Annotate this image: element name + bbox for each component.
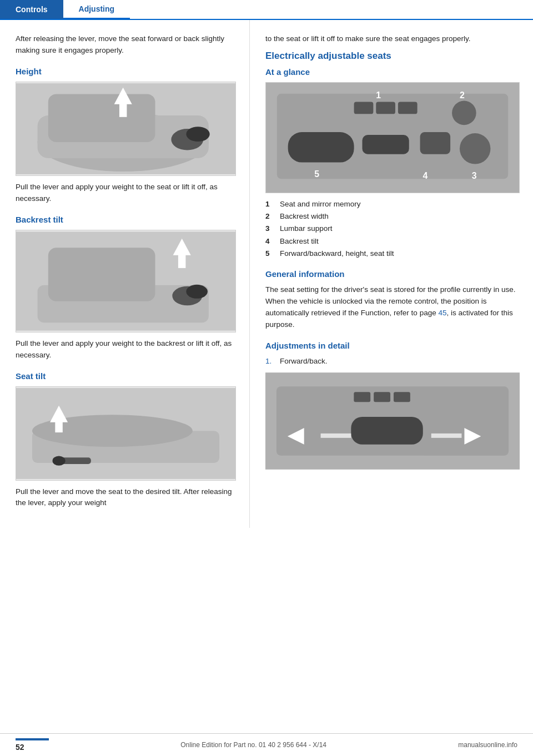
adjustments-heading: Adjustments in detail xyxy=(265,341,520,350)
item-4-label: Backrest tilt xyxy=(280,236,319,247)
svg-rect-26 xyxy=(398,102,418,114)
svg-text:3: 3 xyxy=(472,171,477,180)
left-column: After releasing the lever, move the seat… xyxy=(0,20,250,528)
svg-point-34 xyxy=(460,133,491,164)
height-heading: Height xyxy=(16,67,236,76)
seat-tilt-svg xyxy=(16,386,235,481)
main-content: After releasing the lever, move the seat… xyxy=(0,20,533,733)
page-link[interactable]: 45 xyxy=(438,309,446,317)
general-info-heading: General information xyxy=(265,269,520,279)
step-1: 1. Forward/back. xyxy=(265,356,520,367)
adjustments-list: 1. Forward/back. xyxy=(265,356,520,367)
list-item-4: 4 Backrest tilt xyxy=(265,236,520,247)
svg-rect-42 xyxy=(351,417,423,445)
list-item-5: 5 Forward/backward, height, seat tilt xyxy=(265,248,520,259)
svg-rect-46 xyxy=(431,434,462,438)
height-image xyxy=(16,82,236,176)
svg-rect-5 xyxy=(119,104,127,117)
svg-point-14 xyxy=(186,284,208,298)
svg-rect-25 xyxy=(376,102,395,114)
control-diagram-image: 1 2 5 4 3 xyxy=(265,82,520,193)
item-5-label: Forward/backward, height, seat tilt xyxy=(280,248,394,259)
item-1-num: 1 xyxy=(265,199,274,210)
page-number: 52 xyxy=(16,743,24,752)
item-2-num: 2 xyxy=(265,211,274,222)
svg-rect-24 xyxy=(354,102,374,114)
general-info-text: The seat setting for the driver's seat i… xyxy=(265,284,520,331)
tab-controls[interactable]: Controls xyxy=(0,0,63,19)
svg-text:2: 2 xyxy=(460,90,465,100)
backrest-image xyxy=(16,230,236,332)
step-1-num: 1. xyxy=(265,356,276,367)
item-2-label: Backrest width xyxy=(280,211,329,222)
svg-point-28 xyxy=(452,101,476,125)
footer-right: manualsuonline.info xyxy=(458,741,517,749)
svg-rect-45 xyxy=(321,434,351,438)
svg-rect-12 xyxy=(178,254,185,268)
step-1-label: Forward/back. xyxy=(280,356,328,367)
item-4-num: 4 xyxy=(265,236,274,247)
right-intro: to the seat or lift it off to make sure … xyxy=(265,33,520,45)
footer-left: 52 xyxy=(16,738,49,752)
forward-back-image xyxy=(265,372,520,470)
footer-line xyxy=(16,738,49,740)
content-area: After releasing the lever, move the seat… xyxy=(0,20,533,528)
item-3-num: 3 xyxy=(265,223,274,234)
control-diagram-svg: 1 2 5 4 3 xyxy=(266,82,519,193)
tab-bar: Controls Adjusting xyxy=(0,0,533,20)
list-item-2: 2 Backrest width xyxy=(265,211,520,222)
height-caption: Pull the lever and apply your weight to … xyxy=(16,182,236,205)
svg-rect-36 xyxy=(362,135,409,154)
backrest-heading: Backrest tilt xyxy=(16,215,236,224)
svg-rect-30 xyxy=(288,132,354,163)
tab-adjusting-label: Adjusting xyxy=(79,4,115,13)
svg-rect-19 xyxy=(55,421,62,432)
intro-text: After releasing the lever, move the seat… xyxy=(16,33,236,57)
list-item-3: 3 Lumbar support xyxy=(265,223,520,234)
control-items-list: 1 Seat and mirror memory 2 Backrest widt… xyxy=(265,199,520,259)
svg-rect-3 xyxy=(48,94,155,142)
svg-rect-32 xyxy=(420,132,451,154)
svg-point-7 xyxy=(186,127,209,142)
svg-text:1: 1 xyxy=(376,90,381,100)
svg-rect-40 xyxy=(374,392,390,402)
forward-back-svg xyxy=(265,372,520,470)
backrest-caption: Pull the lever and apply your weight to … xyxy=(16,338,236,361)
list-item-1: 1 Seat and mirror memory xyxy=(265,199,520,210)
svg-rect-41 xyxy=(394,392,410,402)
item-3-label: Lumbar support xyxy=(280,223,333,234)
height-svg xyxy=(16,82,235,176)
tab-controls-label: Controls xyxy=(16,5,48,14)
seat-tilt-heading: Seat tilt xyxy=(16,371,236,381)
tab-adjusting[interactable]: Adjusting xyxy=(63,0,130,19)
item-1-label: Seat and mirror memory xyxy=(280,199,361,210)
item-5-num: 5 xyxy=(265,248,274,259)
seat-tilt-caption: Pull the lever and move the seat to the … xyxy=(16,486,236,510)
seat-tilt-image xyxy=(16,386,236,481)
svg-rect-39 xyxy=(354,392,370,402)
footer: 52 Online Edition for Part no. 01 40 2 9… xyxy=(0,733,533,756)
svg-rect-10 xyxy=(48,248,155,301)
svg-text:4: 4 xyxy=(423,171,428,180)
backrest-svg xyxy=(16,230,235,332)
main-title: Electrically adjustable seats xyxy=(265,51,520,62)
svg-point-21 xyxy=(53,456,66,465)
page-wrapper: Controls Adjusting After releasing the l… xyxy=(0,0,533,756)
svg-text:5: 5 xyxy=(314,169,319,179)
footer-center: Online Edition for Part no. 01 40 2 956 … xyxy=(180,741,326,749)
at-a-glance-heading: At a glance xyxy=(265,67,520,77)
right-column: to the seat or lift it off to make sure … xyxy=(250,20,533,528)
